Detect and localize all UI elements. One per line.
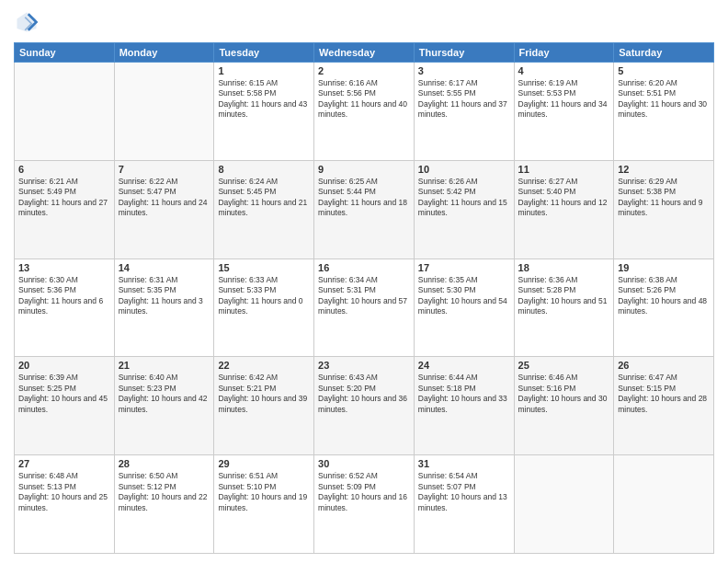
cell-content: Sunrise: 6:33 AMSunset: 5:33 PMDaylight:… [218, 275, 310, 317]
logo-icon [14, 9, 40, 35]
cell-content: Sunrise: 6:44 AMSunset: 5:18 PMDaylight:… [418, 373, 510, 415]
calendar-cell: 18Sunrise: 6:36 AMSunset: 5:28 PMDayligh… [514, 259, 614, 357]
day-number: 19 [618, 262, 710, 273]
calendar-cell: 5Sunrise: 6:20 AMSunset: 5:51 PMDaylight… [614, 63, 714, 161]
day-number: 23 [318, 360, 410, 371]
day-number: 17 [418, 262, 510, 273]
calendar-cell: 12Sunrise: 6:29 AMSunset: 5:38 PMDayligh… [614, 160, 714, 259]
day-number: 24 [418, 360, 510, 371]
cell-content: Sunrise: 6:31 AMSunset: 5:35 PMDaylight:… [119, 275, 210, 317]
cell-content: Sunrise: 6:39 AMSunset: 5:25 PMDaylight:… [18, 373, 110, 415]
cell-content: Sunrise: 6:25 AMSunset: 5:44 PMDaylight:… [318, 177, 410, 219]
day-number: 12 [618, 164, 710, 175]
calendar-cell: 17Sunrise: 6:35 AMSunset: 5:30 PMDayligh… [414, 259, 514, 357]
day-number: 11 [518, 164, 610, 175]
calendar-cell [114, 63, 214, 161]
day-number: 29 [218, 458, 310, 469]
calendar-cell: 10Sunrise: 6:26 AMSunset: 5:42 PMDayligh… [414, 160, 514, 259]
day-number: 15 [218, 262, 310, 273]
cell-content: Sunrise: 6:20 AMSunset: 5:51 PMDaylight:… [618, 78, 710, 121]
calendar-cell: 2Sunrise: 6:16 AMSunset: 5:56 PMDaylight… [314, 63, 415, 161]
calendar-cell: 4Sunrise: 6:19 AMSunset: 5:53 PMDaylight… [514, 63, 614, 161]
calendar-cell: 24Sunrise: 6:44 AMSunset: 5:18 PMDayligh… [414, 357, 514, 455]
day-number: 14 [119, 262, 210, 273]
col-header-wednesday: Wednesday [314, 43, 415, 63]
day-number: 28 [119, 458, 210, 469]
day-number: 3 [418, 65, 510, 76]
calendar-cell: 3Sunrise: 6:17 AMSunset: 5:55 PMDaylight… [414, 63, 514, 161]
calendar-cell: 20Sunrise: 6:39 AMSunset: 5:25 PMDayligh… [15, 357, 115, 455]
cell-content: Sunrise: 6:17 AMSunset: 5:55 PMDaylight:… [418, 78, 510, 121]
day-number: 18 [518, 262, 610, 273]
calendar-cell [614, 455, 714, 554]
cell-content: Sunrise: 6:36 AMSunset: 5:28 PMDaylight:… [518, 275, 610, 317]
calendar-cell: 26Sunrise: 6:47 AMSunset: 5:15 PMDayligh… [614, 357, 714, 455]
calendar-cell: 25Sunrise: 6:46 AMSunset: 5:16 PMDayligh… [514, 357, 614, 455]
cell-content: Sunrise: 6:46 AMSunset: 5:16 PMDaylight:… [518, 373, 610, 415]
col-header-saturday: Saturday [614, 43, 714, 63]
header [14, 9, 714, 35]
calendar-cell: 21Sunrise: 6:40 AMSunset: 5:23 PMDayligh… [114, 357, 214, 455]
cell-content: Sunrise: 6:24 AMSunset: 5:45 PMDaylight:… [218, 177, 310, 219]
day-number: 31 [418, 458, 510, 469]
week-row-5: 27Sunrise: 6:48 AMSunset: 5:13 PMDayligh… [15, 455, 714, 554]
col-header-friday: Friday [514, 43, 614, 63]
calendar-cell: 11Sunrise: 6:27 AMSunset: 5:40 PMDayligh… [514, 160, 614, 259]
cell-content: Sunrise: 6:48 AMSunset: 5:13 PMDaylight:… [18, 471, 110, 513]
calendar-cell: 13Sunrise: 6:30 AMSunset: 5:36 PMDayligh… [15, 259, 115, 357]
calendar-cell: 19Sunrise: 6:38 AMSunset: 5:26 PMDayligh… [614, 259, 714, 357]
calendar-cell: 1Sunrise: 6:15 AMSunset: 5:58 PMDaylight… [214, 63, 314, 161]
calendar-cell: 9Sunrise: 6:25 AMSunset: 5:44 PMDaylight… [314, 160, 415, 259]
day-number: 16 [318, 262, 410, 273]
cell-content: Sunrise: 6:22 AMSunset: 5:47 PMDaylight:… [119, 177, 210, 219]
calendar-cell: 14Sunrise: 6:31 AMSunset: 5:35 PMDayligh… [114, 259, 214, 357]
calendar-cell [15, 63, 115, 161]
day-number: 2 [318, 65, 410, 76]
cell-content: Sunrise: 6:34 AMSunset: 5:31 PMDaylight:… [318, 275, 410, 317]
col-header-monday: Monday [114, 43, 214, 63]
day-number: 13 [18, 262, 110, 273]
cell-content: Sunrise: 6:30 AMSunset: 5:36 PMDaylight:… [18, 275, 110, 317]
col-header-thursday: Thursday [414, 43, 514, 63]
day-number: 7 [119, 164, 210, 175]
cell-content: Sunrise: 6:54 AMSunset: 5:07 PMDaylight:… [418, 471, 510, 513]
cell-content: Sunrise: 6:16 AMSunset: 5:56 PMDaylight:… [318, 78, 410, 121]
week-row-4: 20Sunrise: 6:39 AMSunset: 5:25 PMDayligh… [15, 357, 714, 455]
day-number: 22 [218, 360, 310, 371]
day-number: 30 [318, 458, 410, 469]
day-number: 10 [418, 164, 510, 175]
day-number: 20 [18, 360, 110, 371]
cell-content: Sunrise: 6:38 AMSunset: 5:26 PMDaylight:… [618, 275, 710, 317]
cell-content: Sunrise: 6:19 AMSunset: 5:53 PMDaylight:… [518, 78, 610, 121]
calendar-table: SundayMondayTuesdayWednesdayThursdayFrid… [14, 42, 714, 554]
day-number: 25 [518, 360, 610, 371]
week-row-2: 6Sunrise: 6:21 AMSunset: 5:49 PMDaylight… [15, 160, 714, 259]
cell-content: Sunrise: 6:26 AMSunset: 5:42 PMDaylight:… [418, 177, 510, 219]
cell-content: Sunrise: 6:52 AMSunset: 5:09 PMDaylight:… [318, 471, 410, 513]
cell-content: Sunrise: 6:51 AMSunset: 5:10 PMDaylight:… [218, 471, 310, 513]
cell-content: Sunrise: 6:42 AMSunset: 5:21 PMDaylight:… [218, 373, 310, 415]
cell-content: Sunrise: 6:27 AMSunset: 5:40 PMDaylight:… [518, 177, 610, 219]
day-number: 26 [618, 360, 710, 371]
calendar-cell: 16Sunrise: 6:34 AMSunset: 5:31 PMDayligh… [314, 259, 415, 357]
cell-content: Sunrise: 6:35 AMSunset: 5:30 PMDaylight:… [418, 275, 510, 317]
week-row-3: 13Sunrise: 6:30 AMSunset: 5:36 PMDayligh… [15, 259, 714, 357]
calendar-cell: 30Sunrise: 6:52 AMSunset: 5:09 PMDayligh… [314, 455, 415, 554]
calendar-cell: 28Sunrise: 6:50 AMSunset: 5:12 PMDayligh… [114, 455, 214, 554]
day-number: 4 [518, 65, 610, 76]
cell-content: Sunrise: 6:15 AMSunset: 5:58 PMDaylight:… [218, 78, 310, 121]
page: SundayMondayTuesdayWednesdayThursdayFrid… [0, 0, 728, 563]
day-number: 21 [119, 360, 210, 371]
cell-content: Sunrise: 6:40 AMSunset: 5:23 PMDaylight:… [119, 373, 210, 415]
calendar-cell [514, 455, 614, 554]
day-number: 5 [618, 65, 710, 76]
cell-content: Sunrise: 6:43 AMSunset: 5:20 PMDaylight:… [318, 373, 410, 415]
calendar-cell: 7Sunrise: 6:22 AMSunset: 5:47 PMDaylight… [114, 160, 214, 259]
cell-content: Sunrise: 6:50 AMSunset: 5:12 PMDaylight:… [119, 471, 210, 513]
calendar-cell: 6Sunrise: 6:21 AMSunset: 5:49 PMDaylight… [15, 160, 115, 259]
cell-content: Sunrise: 6:21 AMSunset: 5:49 PMDaylight:… [18, 177, 110, 219]
logo [14, 9, 43, 35]
day-number: 9 [318, 164, 410, 175]
col-header-sunday: Sunday [15, 43, 115, 63]
col-header-tuesday: Tuesday [214, 43, 314, 63]
